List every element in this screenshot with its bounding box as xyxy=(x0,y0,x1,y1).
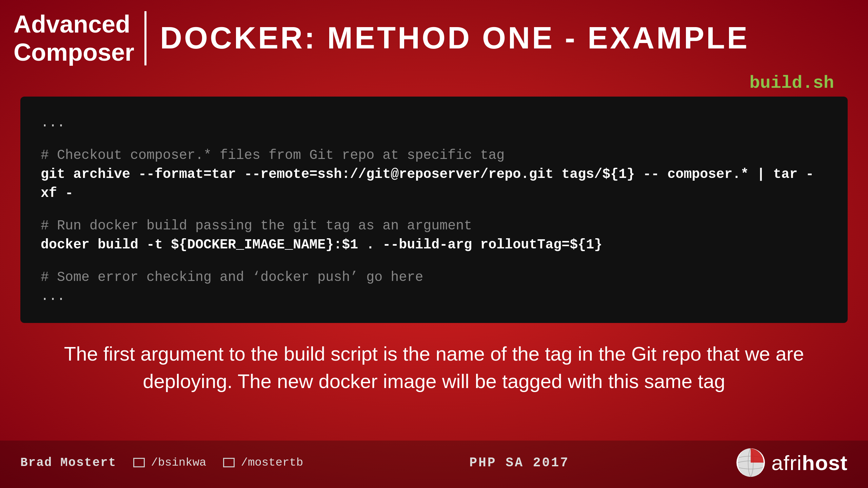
logo-host: host xyxy=(802,451,848,474)
footer-left: Brad Mostert /bsinkwa /mostertb xyxy=(20,456,303,470)
footer-social-1: /bsinkwa xyxy=(133,456,206,469)
header: Advanced Composer DOCKER: METHOD ONE - E… xyxy=(0,0,868,73)
brand-title: Advanced Composer xyxy=(14,10,134,66)
header-divider xyxy=(144,11,146,65)
code-spacer-3 xyxy=(41,255,827,268)
description-text: The first argument to the build script i… xyxy=(41,340,827,395)
footer: Brad Mostert /bsinkwa /mostertb PHP SA 2… xyxy=(0,441,868,488)
slide-container: Advanced Composer DOCKER: METHOD ONE - E… xyxy=(0,0,868,488)
footer-social-2: /mostertb xyxy=(223,456,303,469)
description-section: The first argument to the build script i… xyxy=(0,323,868,441)
footer-event: PHP SA 2017 xyxy=(469,455,569,470)
code-spacer-2 xyxy=(41,203,827,217)
social-handle-1: /bsinkwa xyxy=(151,456,206,469)
code-spacer-1 xyxy=(41,133,827,146)
footer-author: Brad Mostert xyxy=(20,456,116,470)
code-command-1: git archive --format=tar --remote=ssh://… xyxy=(41,165,827,203)
code-command-2: docker build -t ${DOCKER_IMAGE_NAME}:$1 … xyxy=(41,236,827,255)
slide-title: DOCKER: METHOD ONE - EXAMPLE xyxy=(160,21,749,56)
logo-icon xyxy=(735,447,766,478)
filename-label: build.sh xyxy=(0,73,868,93)
twitter-icon-2 xyxy=(223,458,235,467)
code-comment-1: # Checkout composer.* files from Git rep… xyxy=(41,146,827,165)
afrihost-logo: afrihost xyxy=(735,447,848,478)
code-comment-3: # Some error checking and ‘docker push’ … xyxy=(41,268,827,287)
logo-text: afrihost xyxy=(771,451,848,475)
code-comment-2: # Run docker build passing the git tag a… xyxy=(41,217,827,236)
code-block: ... # Checkout composer.* files from Git… xyxy=(20,97,848,323)
code-line-ellipsis-start: ... xyxy=(41,114,827,133)
logo-afri: afri xyxy=(771,451,802,474)
filename-text: build.sh xyxy=(749,73,834,93)
social-handle-2: /mostertb xyxy=(241,456,303,469)
code-line-ellipsis-end: ... xyxy=(41,287,827,306)
twitter-icon-1 xyxy=(133,458,145,467)
